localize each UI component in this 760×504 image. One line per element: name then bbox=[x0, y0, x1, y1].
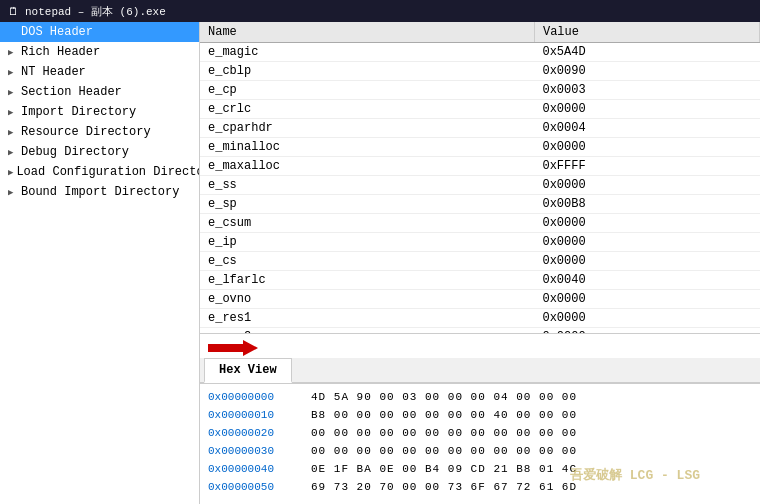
col-name-header: Name bbox=[200, 22, 534, 43]
table-row[interactable]: e_magic0x5A4D bbox=[200, 43, 760, 62]
table-row[interactable]: e_res10x0000 bbox=[200, 309, 760, 328]
hex-bytes: 00 00 00 00 00 00 00 00 00 00 00 00 bbox=[311, 424, 752, 442]
title-bar: 🗒 notepad – 副本 (6).exe bbox=[0, 0, 760, 22]
tree-item-label: Debug Directory bbox=[21, 145, 129, 159]
col-value-header: Value bbox=[534, 22, 759, 43]
svg-marker-0 bbox=[208, 340, 258, 356]
hex-bytes: B8 00 00 00 00 00 00 00 40 00 00 00 bbox=[311, 406, 752, 424]
cell-name: e_lfarlc bbox=[200, 271, 534, 290]
tree-item-label: Load Configuration Directory bbox=[16, 165, 200, 179]
cell-value: 0x5A4D bbox=[534, 43, 759, 62]
cell-value: 0x0000 bbox=[534, 138, 759, 157]
tree-arrow-icon: ▶ bbox=[8, 147, 18, 158]
hex-row: 0x0000003000 00 00 00 00 00 00 00 00 00 … bbox=[208, 442, 752, 460]
cell-value: 0x0000 bbox=[534, 252, 759, 271]
tree-arrow-icon: ▶ bbox=[8, 187, 18, 198]
table-row[interactable]: e_ovno0x0000 bbox=[200, 290, 760, 309]
tree-item-label: Resource Directory bbox=[21, 125, 151, 139]
table-row[interactable]: e_ss0x0000 bbox=[200, 176, 760, 195]
table-row[interactable]: e_sp0x00B8 bbox=[200, 195, 760, 214]
tree-arrow-icon: ▶ bbox=[8, 47, 18, 58]
tree-item-rich-header[interactable]: ▶Rich Header bbox=[0, 42, 199, 62]
table-row[interactable]: e_cp0x0003 bbox=[200, 81, 760, 100]
hex-bytes: 69 73 20 70 00 00 73 6F 67 72 61 6D bbox=[311, 478, 752, 496]
cell-name: e_ip bbox=[200, 233, 534, 252]
hex-bytes: 0E 1F BA 0E 00 B4 09 CD 21 B8 01 4C bbox=[311, 460, 752, 478]
cell-name: e_csum bbox=[200, 214, 534, 233]
hex-address[interactable]: 0x00000050 bbox=[208, 478, 303, 496]
cell-name: e_crlc bbox=[200, 100, 534, 119]
main-content: DOS Header▶Rich Header▶NT Header▶Section… bbox=[0, 22, 760, 504]
tab-bar: Hex View bbox=[200, 358, 760, 384]
hex-address[interactable]: 0x00000030 bbox=[208, 442, 303, 460]
tree-item-import-directory[interactable]: ▶Import Directory bbox=[0, 102, 199, 122]
tree-item-nt-header[interactable]: ▶NT Header bbox=[0, 62, 199, 82]
cell-name: e_magic bbox=[200, 43, 534, 62]
table-row[interactable]: e_cparhdr0x0004 bbox=[200, 119, 760, 138]
tree-item-label: DOS Header bbox=[21, 25, 93, 39]
cell-name: e_sp bbox=[200, 195, 534, 214]
tree-arrow-icon: ▶ bbox=[8, 67, 18, 78]
tree-item-label: NT Header bbox=[21, 65, 86, 79]
cell-value: 0x0000 bbox=[534, 100, 759, 119]
cell-name: e_cparhdr bbox=[200, 119, 534, 138]
table-row[interactable]: e_csum0x0000 bbox=[200, 214, 760, 233]
hex-row: 0x0000005069 73 20 70 00 00 73 6F 67 72 … bbox=[208, 478, 752, 496]
cell-value: 0x0000 bbox=[534, 290, 759, 309]
right-panel: Name Value e_magic0x5A4De_cblp0x0090e_cp… bbox=[200, 22, 760, 504]
tree-item-load-configuration-directory[interactable]: ▶Load Configuration Directory bbox=[0, 162, 199, 182]
cell-name: e_cp bbox=[200, 81, 534, 100]
cell-name: e_ovno bbox=[200, 290, 534, 309]
table-row[interactable]: e_cs0x0000 bbox=[200, 252, 760, 271]
tree-arrow-icon: ▶ bbox=[8, 127, 18, 138]
cell-name: e_res1 bbox=[200, 309, 534, 328]
tree-panel: DOS Header▶Rich Header▶NT Header▶Section… bbox=[0, 22, 200, 504]
title-bar-icon: 🗒 bbox=[8, 5, 19, 18]
cell-value: 0x00B8 bbox=[534, 195, 759, 214]
hex-address[interactable]: 0x00000040 bbox=[208, 460, 303, 478]
tree-item-label: Section Header bbox=[21, 85, 122, 99]
cell-value: 0x0090 bbox=[534, 62, 759, 81]
table-row[interactable]: e_ip0x0000 bbox=[200, 233, 760, 252]
tree-item-resource-directory[interactable]: ▶Resource Directory bbox=[0, 122, 199, 142]
tree-item-dos-header[interactable]: DOS Header bbox=[0, 22, 199, 42]
tree-item-label: Import Directory bbox=[21, 105, 136, 119]
hex-address[interactable]: 0x00000020 bbox=[208, 424, 303, 442]
table-area: Name Value e_magic0x5A4De_cblp0x0090e_cp… bbox=[200, 22, 760, 334]
tree-item-debug-directory[interactable]: ▶Debug Directory bbox=[0, 142, 199, 162]
cell-name: e_cblp bbox=[200, 62, 534, 81]
cell-value: 0x0040 bbox=[534, 271, 759, 290]
hex-address[interactable]: 0x00000010 bbox=[208, 406, 303, 424]
table-row[interactable]: e_maxalloc0xFFFF bbox=[200, 157, 760, 176]
tree-item-section-header[interactable]: ▶Section Header bbox=[0, 82, 199, 102]
hex-view-area: 0x000000004D 5A 90 00 03 00 00 00 04 00 … bbox=[200, 384, 760, 504]
hex-row: 0x000000400E 1F BA 0E 00 B4 09 CD 21 B8 … bbox=[208, 460, 752, 478]
cell-value: 0x0004 bbox=[534, 119, 759, 138]
properties-table: Name Value e_magic0x5A4De_cblp0x0090e_cp… bbox=[200, 22, 760, 334]
hex-address[interactable]: 0x00000000 bbox=[208, 388, 303, 406]
hex-row: 0x0000002000 00 00 00 00 00 00 00 00 00 … bbox=[208, 424, 752, 442]
hex-row: 0x00000010B8 00 00 00 00 00 00 00 40 00 … bbox=[208, 406, 752, 424]
tree-arrow-icon: ▶ bbox=[8, 167, 13, 178]
tab-hex-view[interactable]: Hex View bbox=[204, 358, 292, 383]
cell-name: e_minalloc bbox=[200, 138, 534, 157]
cell-value: 0x0000 bbox=[534, 309, 759, 328]
tree-arrow-icon: ▶ bbox=[8, 87, 18, 98]
cell-value: 0x0000 bbox=[534, 233, 759, 252]
table-row[interactable]: e_minalloc0x0000 bbox=[200, 138, 760, 157]
tree-item-bound-import-directory[interactable]: ▶Bound Import Directory bbox=[0, 182, 199, 202]
table-row[interactable]: e_lfarlc0x0040 bbox=[200, 271, 760, 290]
table-row[interactable]: e_cblp0x0090 bbox=[200, 62, 760, 81]
cell-value: 0x0003 bbox=[534, 81, 759, 100]
cell-value: 0xFFFF bbox=[534, 157, 759, 176]
hex-bytes: 00 00 00 00 00 00 00 00 00 00 00 00 bbox=[311, 442, 752, 460]
cell-value: 0x0000 bbox=[534, 214, 759, 233]
arrow-icon bbox=[208, 338, 258, 358]
arrow-indicator bbox=[200, 334, 760, 358]
hex-bytes: 4D 5A 90 00 03 00 00 00 04 00 00 00 bbox=[311, 388, 752, 406]
cell-value: 0x0000 bbox=[534, 176, 759, 195]
table-row[interactable]: e_crlc0x0000 bbox=[200, 100, 760, 119]
cell-name: e_ss bbox=[200, 176, 534, 195]
tree-item-label: Rich Header bbox=[21, 45, 100, 59]
tree-item-label: Bound Import Directory bbox=[21, 185, 179, 199]
